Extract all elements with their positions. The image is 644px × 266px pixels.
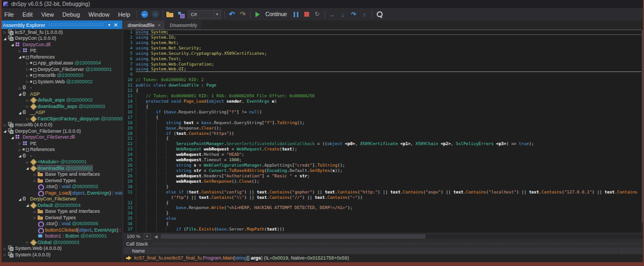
menu-debug[interactable]: Debug <box>58 8 84 20</box>
menu-view[interactable]: View <box>37 8 58 20</box>
tree-row[interactable]: ▷Global @02000003 <box>0 239 122 246</box>
expander-icon[interactable]: ▷ <box>25 160 30 164</box>
expander-icon[interactable]: ▷ <box>2 253 8 256</box>
tab-close-icon[interactable]: × <box>158 23 160 28</box>
tree-row[interactable]: .ctor() : void @06000002 <box>0 184 122 190</box>
tree-row[interactable]: ◢DerpyCon_FileServer (1.0.0.0) <box>0 128 122 134</box>
expander-icon[interactable]: ◢ <box>25 203 30 207</box>
expander-icon[interactable]: ◢ <box>2 37 8 40</box>
step-over-button[interactable]: ↷ <box>349 9 359 19</box>
expander-icon[interactable]: ▷ <box>2 30 8 34</box>
tree-row[interactable]: ◢ASP <box>0 91 122 97</box>
tree-row[interactable]: ▷PE <box>0 48 122 54</box>
tree-row[interactable]: ◢downloadfile @02000002 <box>0 165 122 171</box>
step-into-button[interactable]: ↓ <box>338 9 348 19</box>
open-from-gac-button[interactable] <box>176 9 186 19</box>
expander-icon[interactable]: ◢ <box>17 154 23 157</box>
assembly-explorer-tree[interactable]: ▷kc57_final_fu (1.0.0.0)◢DerpyCon (1.0.0… <box>0 29 122 262</box>
tree-row[interactable]: ▷Base Type and Interfaces <box>0 209 122 215</box>
expander-icon[interactable]: ▷ <box>17 148 23 152</box>
continue-button[interactable] <box>253 9 263 19</box>
menu-window[interactable]: Window <box>84 8 114 20</box>
tree-row[interactable]: ◢Default @02000004 <box>0 202 122 209</box>
restart-button[interactable]: ↻ <box>312 9 323 19</box>
language-combobox[interactable]: C# ▼ <box>188 10 221 19</box>
tree-row[interactable]: ▷kc57_final_fu (1.0.0.0) <box>0 29 122 35</box>
expander-icon[interactable]: ▷ <box>25 240 30 244</box>
expander-icon[interactable]: ◢ <box>2 129 8 133</box>
tree-row[interactable]: ▷PE <box>0 140 122 147</box>
expander-icon[interactable]: ◢ <box>17 197 23 201</box>
tree-row[interactable]: ▷- <box>0 85 122 91</box>
expander-icon[interactable]: ◢ <box>25 166 30 170</box>
tree-row[interactable]: ◢DerpyCon.dll <box>0 41 122 48</box>
tree-row[interactable]: ▷DerpyCon_FileServer @23000001 <box>0 66 122 73</box>
zoom-level[interactable]: 100 % <box>123 234 144 239</box>
expander-icon[interactable]: ◢ <box>10 135 15 139</box>
editor-horizontal-scrollbar[interactable] <box>161 234 642 239</box>
tab-disassembly[interactable]: Disassembly <box>165 20 201 30</box>
menu-file[interactable]: File <box>0 8 18 20</box>
tree-row[interactable]: ▷FastObjectFactory_derpycon @02000004 <box>0 116 122 122</box>
menu-edit[interactable]: Edit <box>18 8 37 20</box>
zoom-dropdown-button[interactable]: ▼ <box>144 233 151 240</box>
call-stack-header[interactable]: Call Stack <box>123 240 644 247</box>
tree-row[interactable]: ▷App_global.asax @23000004 <box>0 60 122 67</box>
expander-icon[interactable]: ▷ <box>25 61 30 65</box>
menu-help[interactable]: Help <box>114 8 135 20</box>
tree-row[interactable]: ▷<Module> @02000001 <box>0 159 122 166</box>
expander-icon[interactable]: ▷ <box>25 98 30 102</box>
code-editor[interactable]: 1using System;2using System.IO;3using Sy… <box>123 30 644 233</box>
navigate-back-button[interactable]: ← <box>140 9 150 19</box>
assembly-explorer-header[interactable]: Assembly Explorer ▾ ✕ <box>0 20 122 29</box>
tree-row[interactable]: ▷System.Web (4.0.0.0) <box>0 246 122 252</box>
undo-button[interactable]: ↶ <box>227 9 237 19</box>
tree-row[interactable]: ▷Derived Types <box>0 214 122 221</box>
expander-icon[interactable]: ▷ <box>25 67 30 71</box>
tab-downloadfile[interactable]: downloadfile× <box>123 20 165 30</box>
scroll-left-arrow-icon[interactable]: ◀ <box>153 234 159 239</box>
expander-icon[interactable]: ▷ <box>17 86 23 90</box>
tree-row[interactable]: ▷Derived Types <box>0 177 122 184</box>
continue-label[interactable]: Continue <box>266 11 287 17</box>
panel-menu-button[interactable]: ▾ <box>107 23 112 27</box>
column-divider[interactable] <box>621 247 622 254</box>
expander-icon[interactable]: ▷ <box>25 80 30 83</box>
tree-row[interactable]: ▷System (4.0.0.0) <box>0 251 122 258</box>
chevron-down-icon[interactable]: ▼ <box>214 11 221 18</box>
pause-button[interactable] <box>291 9 301 19</box>
expander-icon[interactable]: ▷ <box>25 74 30 77</box>
tree-row[interactable]: ◢DerpyCon_FileServer <box>0 196 122 203</box>
tree-row[interactable]: ◢__ASP <box>0 110 122 116</box>
tree-row[interactable]: button1Clicked(object, EventArgs) : void… <box>0 227 122 233</box>
tree-row[interactable]: ▷default_aspx @02000002 <box>0 97 122 104</box>
expander-icon[interactable]: ◢ <box>17 55 23 59</box>
tree-row[interactable]: .ctor() : void @06000006 <box>0 221 122 227</box>
expander-icon[interactable]: ▷ <box>2 247 8 250</box>
stop-button[interactable] <box>302 9 312 19</box>
tree-row[interactable]: ◢References <box>0 54 122 60</box>
tree-row[interactable]: ▷System.Web @23000002 <box>0 78 122 85</box>
search-button[interactable] <box>375 9 385 19</box>
tree-row[interactable]: ▷References <box>0 147 122 153</box>
tree-row[interactable]: ◢DerpyCon_FileServer.dll <box>0 134 122 141</box>
tree-row[interactable]: ◢- <box>0 153 122 159</box>
expander-icon[interactable]: ▷ <box>25 104 30 108</box>
navigate-forward-button[interactable]: → <box>150 9 160 19</box>
tree-row[interactable]: ▷downloadfile_aspx @02000003 <box>0 103 122 110</box>
tree-row[interactable]: button1 : Button @04000001 <box>0 233 122 240</box>
tree-row[interactable]: ▷mscorlib (4.0.0.0) <box>0 122 122 128</box>
expander-icon[interactable]: ◢ <box>17 92 23 96</box>
expander-icon[interactable]: ▷ <box>17 49 23 53</box>
expander-icon[interactable]: ▷ <box>32 172 38 176</box>
tree-row[interactable]: ▷mscorlib @23000003 <box>0 73 122 79</box>
step-out-button[interactable]: ↑ <box>360 9 370 19</box>
expander-icon[interactable]: ▷ <box>32 210 38 213</box>
open-file-button[interactable] <box>165 9 175 19</box>
expander-icon[interactable]: ◢ <box>17 111 23 114</box>
expander-icon[interactable]: ▷ <box>2 123 8 127</box>
tree-row[interactable]: ◢DerpyCon (1.0.0.0) <box>0 35 122 42</box>
show-next-statement-button[interactable]: → <box>327 9 338 19</box>
expander-icon[interactable]: ▷ <box>25 117 30 120</box>
call-stack-frame-row[interactable]: kc57_final_fu.exe!kc57_final_fu.Program.… <box>123 254 644 262</box>
